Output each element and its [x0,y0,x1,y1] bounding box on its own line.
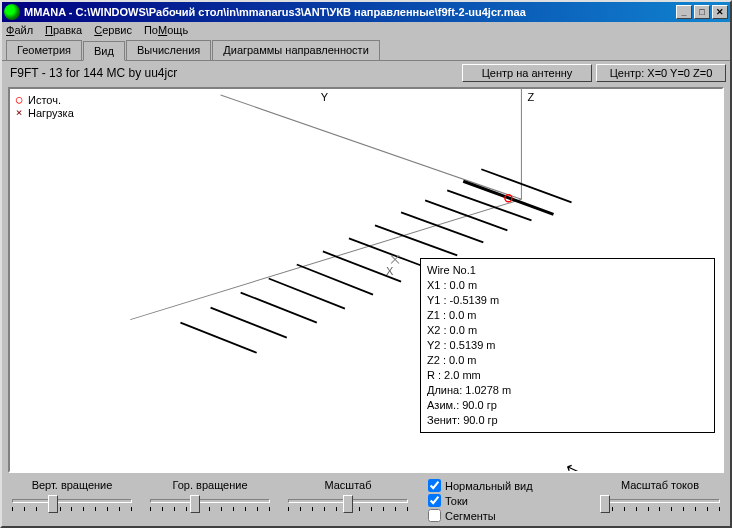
segments-label: Сегменты [445,510,496,522]
info-line: Y2 : 0.5139 m [427,338,708,353]
axis-y-label: Y [321,91,329,103]
cursor-icon: ↖ [563,457,582,473]
center-antenna-button[interactable]: Центр на антенну [462,64,592,82]
normal-view-label: Нормальный вид [445,480,533,492]
currents-checkbox[interactable]: Токи [428,494,533,507]
horiz-rotation-label: Гор. вращение [172,479,247,491]
svg-line-4 [463,181,553,214]
tab-pattern[interactable]: Диаграммы направленности [212,40,380,60]
info-line: Z1 : 0.0 m [427,308,708,323]
tab-calc[interactable]: Вычисления [126,40,211,60]
maximize-button[interactable]: □ [694,5,710,19]
info-line: X1 : 0.0 m [427,278,708,293]
svg-line-14 [211,308,287,338]
model-subtitle: F9FT - 13 for 144 MC by uu4jcr [6,66,458,80]
menu-help[interactable]: ПоМощь [144,24,188,36]
svg-text:X: X [386,265,394,277]
svg-line-11 [297,264,373,294]
current-scale-slider[interactable] [600,493,720,517]
menu-service[interactable]: Сервис [94,24,132,36]
tab-geometry[interactable]: Геометрия [6,40,82,60]
info-line: Y1 : -0.5139 m [427,293,708,308]
bottom-controls: Верт. вращение Гор. вращение Масштаб [2,475,730,526]
svg-line-5 [447,190,531,220]
menu-file[interactable]: Файл [6,24,33,36]
tab-bar: Геометрия Вид Вычисления Диаграммы напра… [2,38,730,61]
app-icon [4,4,20,20]
center-origin-button[interactable]: Центр: X=0 Y=0 Z=0 [596,64,726,82]
normal-view-checkbox[interactable]: Нормальный вид [428,479,533,492]
vert-rotation-slider[interactable] [12,493,132,517]
menu-edit[interactable]: Правка [45,24,82,36]
scale-label: Масштаб [324,479,371,491]
info-line: Зенит: 90.0 гр [427,413,708,428]
axis-z-label: Z [527,91,534,103]
tab-view[interactable]: Вид [83,41,125,61]
info-line: Длина: 1.0278 m [427,383,708,398]
segments-checkbox[interactable]: Сегменты [428,509,533,522]
horiz-rotation-slider[interactable] [150,493,270,517]
viewport[interactable]: ○Источ. ×Нагрузка Y Z [8,87,724,473]
wire-info-tooltip: Wire No.1 X1 : 0.0 m Y1 : -0.5139 m Z1 :… [420,258,715,433]
minimize-button[interactable]: _ [676,5,692,19]
window-title: MMANA - C:\WINDOWS\Рабочий стол\in\mmana… [24,6,676,18]
svg-line-3 [481,169,571,202]
currents-label: Токи [445,495,468,507]
info-line: X2 : 0.0 m [427,323,708,338]
svg-line-12 [269,279,345,309]
close-button[interactable]: ✕ [712,5,728,19]
svg-line-13 [241,293,317,323]
info-line: Азим.: 90.0 гр [427,398,708,413]
svg-line-2 [221,95,522,199]
info-line: Z2 : 0.0 m [427,353,708,368]
info-line: R : 2.0 mm [427,368,708,383]
menubar: Файл Правка Сервис ПоМощь [2,22,730,38]
vert-rotation-label: Верт. вращение [32,479,113,491]
titlebar: MMANA - C:\WINDOWS\Рабочий стол\in\mmana… [2,2,730,22]
scale-slider[interactable] [288,493,408,517]
toolbar: F9FT - 13 for 144 MC by uu4jcr Центр на … [2,61,730,85]
info-line: Wire No.1 [427,263,708,278]
current-scale-label: Масштаб токов [621,479,699,491]
svg-line-15 [180,323,256,353]
